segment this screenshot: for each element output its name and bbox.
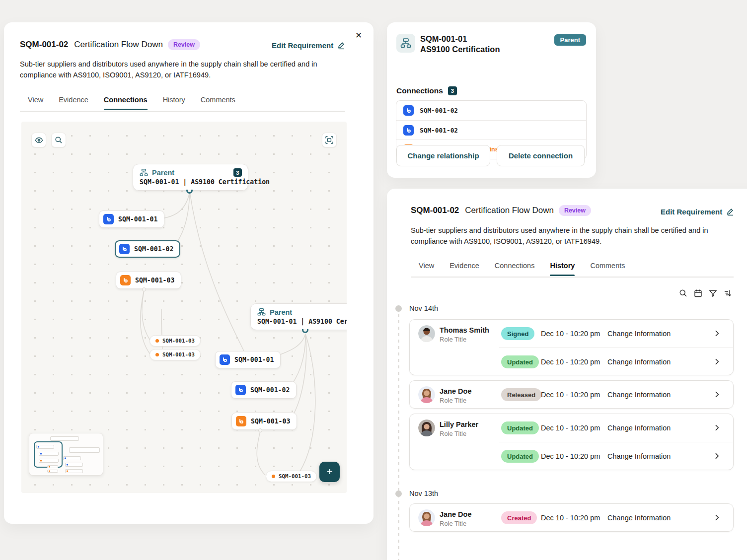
event-action: Change Information <box>607 391 671 399</box>
graph-pill-node[interactable]: SQM-001-03 <box>149 349 201 360</box>
tab-divider <box>411 277 734 278</box>
event-action: Change Information <box>607 514 671 522</box>
graph-parent-node[interactable]: Parent SQM-001-01 | AS9100 Certification <box>250 303 347 330</box>
history-event-row[interactable]: Updated Dec 10 - 10:20 pm Change Informa… <box>410 414 733 442</box>
timeline-line <box>398 314 399 560</box>
orange-dot-icon <box>155 339 159 343</box>
eye-icon <box>35 136 43 144</box>
requirement-detail-panel: ✕ SQM-001-02 Certification Flow Down Rev… <box>4 22 374 524</box>
event-action: Change Information <box>607 330 671 338</box>
status-badge: Updated <box>501 355 539 368</box>
timeline-date: Nov 13th <box>409 490 438 497</box>
hierarchy-icon <box>140 168 148 177</box>
event-time: Dec 10 - 10:20 pm <box>541 424 600 432</box>
tab-history[interactable]: History <box>550 262 575 275</box>
history-event-row[interactable]: Released Dec 10 - 10:20 pm Change Inform… <box>410 381 733 409</box>
add-node-button[interactable]: + <box>319 462 340 482</box>
tab-history[interactable]: History <box>163 96 185 109</box>
hierarchy-icon <box>257 308 266 316</box>
tab-comments[interactable]: Comments <box>590 262 625 275</box>
graph-pill-node[interactable]: SQM-001-03 <box>149 335 201 347</box>
status-badge: Review <box>168 39 200 50</box>
requirement-logo-icon <box>403 125 414 136</box>
tab-evidence[interactable]: Evidence <box>59 96 88 109</box>
graph-node[interactable]: SQM-001-03 <box>231 413 297 430</box>
tab-view[interactable]: View <box>28 96 43 109</box>
chevron-right-icon <box>713 330 721 339</box>
timeline-date: Nov 14th <box>409 304 438 312</box>
sort-icon[interactable] <box>724 289 732 297</box>
connections-graph-canvas[interactable]: Parent 3 SQM-001-01 | AS9100 Certificati… <box>21 122 347 493</box>
orange-dot-icon <box>272 475 275 478</box>
tab-connections[interactable]: Connections <box>495 262 535 275</box>
graph-parent-node[interactable]: Parent 3 SQM-001-01 | AS9100 Certificati… <box>133 164 248 191</box>
connection-list-item[interactable]: SQM-001-02 <box>396 120 586 140</box>
graph-search-button[interactable] <box>51 133 66 147</box>
requirement-logo-icon <box>220 354 230 365</box>
delete-connection-button[interactable]: Delete connection <box>497 145 585 166</box>
edge-anchor <box>186 190 193 194</box>
history-event-row[interactable]: Updated Dec 10 - 10:20 pm Change Informa… <box>410 348 733 376</box>
history-event-row[interactable]: Updated Dec 10 - 10:20 pm Change Informa… <box>410 442 733 470</box>
graph-minimap[interactable] <box>29 433 103 476</box>
orange-dot-icon <box>155 353 159 356</box>
requirement-id: SQM-001-02 <box>411 206 459 215</box>
requirement-description: Sub-tier suppliers and distributors used… <box>411 225 715 247</box>
timeline-dot <box>395 305 402 312</box>
parent-node-label: SQM-001-01 | AS9100 Certification <box>140 178 242 186</box>
chevron-right-icon <box>713 391 721 400</box>
tab-evidence[interactable]: Evidence <box>449 262 479 275</box>
hierarchy-icon <box>400 38 411 49</box>
requirement-header: SQM-001-02 Certification Flow Down Revie… <box>411 205 591 216</box>
connection-detail-panel: SQM-001-01 AS9100 Certification Parent C… <box>387 22 596 178</box>
change-relationship-button[interactable]: Change relationship <box>396 145 490 166</box>
edge-anchor <box>258 428 262 432</box>
edit-requirement-button[interactable]: Edit Requirement <box>272 41 346 50</box>
graph-node[interactable]: SQM-001-01 <box>99 210 164 228</box>
status-badge: Updated <box>501 421 539 434</box>
search-icon[interactable] <box>679 289 687 297</box>
history-event-row[interactable]: Created Dec 10 - 10:20 pm Change Informa… <box>410 504 733 532</box>
history-event-row[interactable]: Signed Dec 10 - 10:20 pm Change Informat… <box>410 320 733 348</box>
requirement-logo-icon <box>403 105 414 116</box>
fit-view-button[interactable] <box>322 133 337 147</box>
toggle-visibility-button[interactable] <box>31 133 46 147</box>
connection-header: SQM-001-01 AS9100 Certification <box>396 34 500 55</box>
fit-view-icon <box>325 136 333 144</box>
event-time: Dec 10 - 10:20 pm <box>541 452 600 460</box>
graph-node-selected[interactable]: SQM-001-02 <box>115 240 180 258</box>
tab-comments[interactable]: Comments <box>201 96 235 109</box>
status-badge: Updated <box>501 450 539 463</box>
status-badge: Signed <box>501 327 534 340</box>
event-action: Change Information <box>607 424 671 432</box>
chevron-right-icon <box>713 358 721 367</box>
graph-pill-node[interactable]: SQM-001-03 <box>266 471 317 482</box>
history-card: Thomas Smith Role Title Signed Dec 10 - … <box>409 319 734 375</box>
graph-node[interactable]: SQM-001-02 <box>231 381 297 399</box>
event-time: Dec 10 - 10:20 pm <box>541 358 600 366</box>
edge-anchor <box>302 329 308 333</box>
connection-id: SQM-001-01 <box>420 34 500 44</box>
tab-connections[interactable]: Connections <box>104 96 148 109</box>
connections-count-badge: 3 <box>448 86 457 95</box>
connection-list-item[interactable]: SQM-001-02 <box>396 101 586 120</box>
tab-view[interactable]: View <box>419 262 434 275</box>
requirement-logo-icon <box>119 244 130 254</box>
requirement-id: SQM-001-02 <box>20 40 68 50</box>
event-time: Dec 10 - 10:20 pm <box>541 391 600 399</box>
hierarchy-icon-tile <box>396 34 415 53</box>
close-icon[interactable]: ✕ <box>353 29 365 41</box>
history-card: Jane Doe Role Title Released Dec 10 - 10… <box>409 380 734 409</box>
timeline-dot <box>395 490 402 497</box>
graph-node[interactable]: SQM-001-03 <box>116 272 181 289</box>
graph-node[interactable]: SQM-001-01 <box>215 351 281 368</box>
status-badge: Review <box>559 205 591 216</box>
tab-divider <box>20 111 345 112</box>
status-badge: Created <box>501 511 537 524</box>
connection-title: AS9100 Certification <box>420 44 500 55</box>
edit-pencil-icon <box>337 41 346 50</box>
requirement-description: Sub-tier suppliers and distributors used… <box>20 59 324 80</box>
calendar-icon[interactable] <box>694 289 702 297</box>
edit-requirement-button[interactable]: Edit Requirement <box>661 208 735 216</box>
filter-icon[interactable] <box>709 289 717 297</box>
